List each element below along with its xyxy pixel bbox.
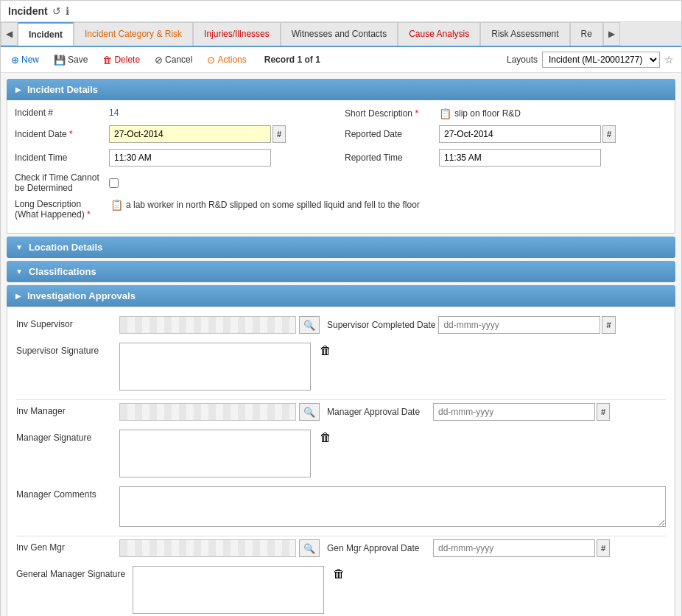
inv-manager-label: Inv Manager [16,403,112,416]
cancel-button[interactable]: ⊘ Cancel [152,53,195,67]
incident-num-value: 14 [109,108,119,118]
general-manager-signature-delete-btn[interactable]: 🗑 [331,566,346,582]
location-details-toggle-icon: ▼ [15,243,23,251]
tab-prev-arrow[interactable]: ◀ [1,22,18,46]
incident-date-calendar-btn[interactable]: # [273,125,286,143]
tab-cause[interactable]: Cause Analysis [398,22,480,46]
incident-details-title: Incident Details [27,84,98,95]
incident-time-input[interactable] [109,149,271,167]
general-manager-signature-row: General Manager Signature 🗑 [16,566,666,614]
incident-date-input-group: # [109,125,286,143]
incident-num-label: Incident # [15,108,103,118]
supervisor-completed-date-cal-btn[interactable]: # [602,316,615,334]
title-bar: Incident ↺ ℹ [1,1,681,22]
supervisor-signature-row: Supervisor Signature 🗑 [16,343,666,391]
incident-details-toggle-icon: ▶ [15,85,21,94]
check-time-checkbox[interactable] [109,178,119,188]
inv-supervisor-search-btn[interactable]: 🔍 [299,316,320,334]
tab-incident-category[interactable]: Incident Category & Risk [74,22,193,46]
incident-date-label: Incident Date [15,129,103,139]
info-icon[interactable]: ℹ [66,5,69,17]
short-desc-label: Short Description [345,108,433,119]
tab-risk[interactable]: Risk Assessment [480,22,569,46]
reported-date-calendar-btn[interactable]: # [602,125,616,143]
location-details-section[interactable]: ▼ Location Details [7,237,675,258]
manager-approval-date-input[interactable] [433,403,595,421]
new-button[interactable]: ⊕ New [8,53,42,67]
delete-icon: 🗑 [102,55,112,66]
classifications-section[interactable]: ▼ Classifications [7,261,675,282]
manager-approval-date-input-group: # [433,403,610,421]
tab-incident[interactable]: Incident [18,22,74,46]
general-manager-signature-label: General Manager Signature [16,566,125,579]
gen-mgr-approval-date-label: Gen Mgr Approval Date [327,543,430,553]
manager-approval-date-cal-btn[interactable]: # [597,403,610,421]
manager-comments-label: Manager Comments [16,486,112,500]
incident-date-left: Incident Date # [15,125,337,143]
gen-mgr-approval-date-group: Gen Mgr Approval Date # [327,539,666,557]
supervisor-signature-delete-btn[interactable]: 🗑 [318,343,333,359]
incident-num-left: Incident # 14 [15,108,337,118]
long-desc-value-container: 📋 a lab worker in north R&D slipped on s… [110,199,420,211]
inv-manager-blurred-input[interactable] [119,403,296,421]
incident-details-body: Incident # 14 Short Description 📋 slip o… [7,100,675,234]
reported-date-label: Reported Date [345,129,433,139]
new-icon: ⊕ [11,55,19,66]
reported-date-input-group: # [439,125,616,143]
save-button[interactable]: 💾 Save [51,53,91,67]
inv-gen-mgr-blurred-input[interactable] [119,539,296,557]
incident-date-input[interactable] [109,125,271,143]
inv-supervisor-input-group: 🔍 [119,316,320,334]
gen-mgr-approval-date-cal-btn[interactable]: # [597,539,610,557]
incident-details-header[interactable]: ▶ Incident Details [7,79,675,100]
tab-injuries[interactable]: Injuries/Illnesses [193,22,281,46]
supervisor-completed-date-input[interactable] [438,316,600,334]
long-desc-label: Long Description(What Happened) [15,199,103,220]
investigation-approvals-header[interactable]: ▶ Investigation Approvals [7,285,675,307]
incident-time-left: Incident Time [15,149,337,167]
manager-comments-textarea[interactable] [119,486,666,527]
save-icon: 💾 [54,55,66,66]
inv-supervisor-blurred-input[interactable] [119,316,296,334]
layouts-select[interactable]: Incident (ML-20001277) [542,52,660,68]
app-window: Incident ↺ ℹ ◀ Incident Incident Categor… [0,0,682,616]
manager-comments-row: Manager Comments [16,486,666,527]
manager-signature-box[interactable] [119,430,311,477]
supervisor-completed-date-input-group: # [438,316,615,334]
refresh-icon[interactable]: ↺ [52,5,61,17]
reported-time-right: Reported Time [345,149,667,167]
manager-approval-date-group: Manager Approval Date # [327,403,666,421]
inv-gen-mgr-input-group: 🔍 [119,539,320,557]
classifications-title: Classifications [29,266,96,277]
reported-date-right: Reported Date # [345,125,667,143]
inv-gen-mgr-search-btn[interactable]: 🔍 [299,539,320,557]
long-desc-value: a lab worker in north R&D slipped on som… [126,200,420,210]
long-desc-row: Long Description(What Happened) 📋 a lab … [15,199,667,220]
gen-mgr-approval-date-input[interactable] [433,539,595,557]
inv-supervisor-row: Inv Supervisor 🔍 Supervisor Completed Da… [16,316,666,334]
reported-date-input[interactable] [439,125,601,143]
delete-button[interactable]: 🗑 Delete [99,53,143,67]
reported-time-input[interactable] [439,149,601,167]
manager-approval-date-label: Manager Approval Date [327,407,430,417]
short-desc-icon: 📋 [439,108,451,119]
tab-witnesses[interactable]: Witnesses and Contacts [281,22,398,46]
actions-button[interactable]: ⊙ Actions [204,53,249,67]
investigation-approvals-section: ▶ Investigation Approvals Inv Supervisor… [7,285,675,616]
cancel-icon: ⊘ [155,55,163,66]
short-desc-value-container: 📋 slip on floor R&D [439,108,521,119]
tab-more[interactable]: Re [570,22,603,46]
general-manager-signature-box[interactable] [133,566,324,614]
investigation-approvals-body: Inv Supervisor 🔍 Supervisor Completed Da… [7,307,675,616]
star-icon[interactable]: ☆ [664,54,674,66]
classifications-toggle-icon: ▼ [15,267,23,276]
inv-manager-search-btn[interactable]: 🔍 [299,403,320,421]
reported-time-label: Reported Time [345,153,433,163]
manager-signature-delete-btn[interactable]: 🗑 [318,430,333,446]
inv-manager-input-group: 🔍 [119,403,320,421]
short-desc-right: Short Description 📋 slip on floor R&D [345,108,667,119]
separator-1 [16,399,666,400]
location-details-title: Location Details [29,242,102,253]
supervisor-signature-box[interactable] [119,343,311,391]
tab-next-arrow[interactable]: ▶ [603,22,620,46]
